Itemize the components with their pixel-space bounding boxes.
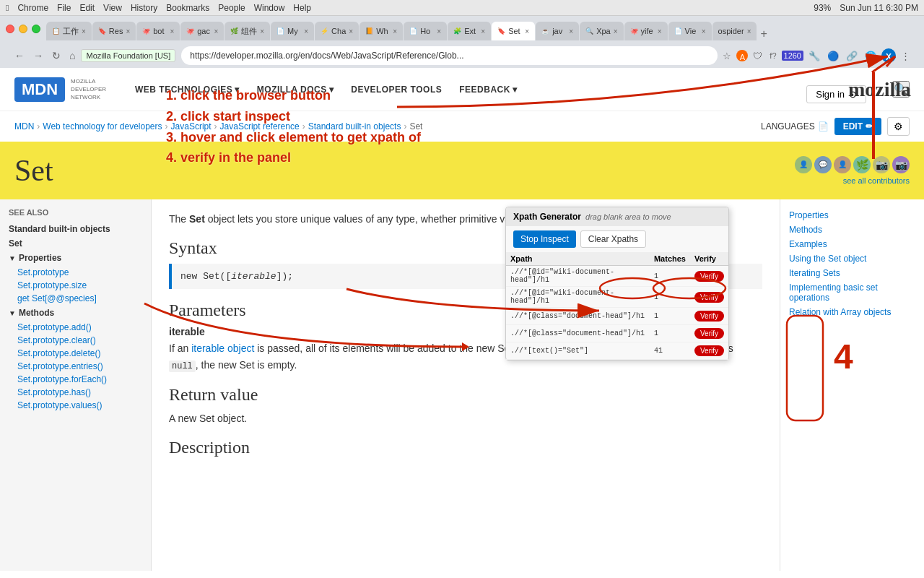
- tab-ext[interactable]: 🧩Ext×: [448, 22, 491, 40]
- breadcrumb-web-tech[interactable]: Web technology for developers: [43, 121, 162, 131]
- home-button[interactable]: ⌂: [66, 48, 78, 63]
- verify-button[interactable]: Verify: [694, 271, 724, 282]
- mdn-logo[interactable]: MDN MOZILLADEVELOPERNETWORK: [14, 77, 106, 102]
- extension-icon-1[interactable]: 1260: [782, 51, 803, 61]
- breadcrumb-mdn[interactable]: MDN: [14, 121, 34, 131]
- see-all-contributors-link[interactable]: see all contributors: [795, 176, 910, 185]
- maximize-window-button[interactable]: [32, 25, 40, 33]
- window-menu[interactable]: Window: [254, 3, 285, 13]
- chrome-menu[interactable]: Chrome: [17, 3, 48, 13]
- tab-zujian[interactable]: 🌿组件×: [225, 22, 270, 40]
- nav-dev-tools[interactable]: DEVELOPER TOOLS: [344, 80, 449, 99]
- plugin-icon[interactable]: f?: [767, 50, 778, 61]
- tab-wh[interactable]: 📙Wh×: [359, 22, 403, 40]
- verify-button[interactable]: Verify: [694, 292, 724, 303]
- shield-icon[interactable]: 🛡: [751, 49, 764, 63]
- mdn-header: MDN MOZILLADEVELOPERNETWORK WEB TECHNOLO…: [0, 68, 924, 111]
- xpath-cell: .//*[@class="document-head"]/h1: [506, 308, 650, 325]
- verify-button[interactable]: Verify: [694, 328, 724, 339]
- nav-feedback[interactable]: FEEDBACK ▾: [452, 80, 524, 99]
- iterable-link[interactable]: iterable object: [191, 342, 254, 354]
- tab-jav[interactable]: ☕jav×: [536, 22, 579, 40]
- minimize-window-button[interactable]: [19, 25, 27, 33]
- stop-inspect-button[interactable]: Stop Inspect: [513, 230, 576, 248]
- breadcrumb-actions: LANGUAGES 📄 EDIT ✏ ⚙: [761, 117, 910, 136]
- matches-cell: 1: [650, 325, 690, 342]
- tab-my[interactable]: 📄My×: [271, 22, 314, 40]
- clear-xpaths-button[interactable]: Clear Xpaths: [580, 230, 646, 248]
- close-window-button[interactable]: [6, 25, 14, 33]
- view-menu[interactable]: View: [103, 3, 122, 13]
- file-menu[interactable]: File: [57, 3, 71, 13]
- tab-bot[interactable]: 🐙bot×: [136, 22, 180, 40]
- tab-vie[interactable]: 📄Vie×: [668, 22, 712, 40]
- forward-button[interactable]: →: [30, 48, 46, 63]
- verify-cell: Verify: [690, 266, 728, 287]
- active-extension-icon[interactable]: X: [881, 48, 896, 63]
- languages-button[interactable]: LANGUAGES 📄: [761, 121, 829, 131]
- verify-cell: Verify: [690, 308, 728, 325]
- page-settings-button[interactable]: ⚙: [887, 117, 910, 136]
- sidebar-methods-toggle[interactable]: ▼ Methods: [9, 305, 142, 321]
- apple-menu[interactable]: : [6, 3, 9, 13]
- toc-examples[interactable]: Examples: [789, 237, 915, 251]
- contributors-area: 👤 💬 👤 🌿 📷 📷 see all contributors: [795, 156, 910, 185]
- tab-set[interactable]: 🔖Set×: [492, 22, 535, 40]
- reload-button[interactable]: ↻: [49, 48, 64, 63]
- tab-cha[interactable]: ⚡Cha×: [315, 22, 359, 40]
- toc-implementing[interactable]: Implementing basic set operations: [789, 280, 915, 305]
- sidebar-add-link[interactable]: Set.prototype.add(): [17, 321, 142, 334]
- sidebar-delete-link[interactable]: Set.prototype.delete(): [17, 347, 142, 360]
- url-input[interactable]: [181, 46, 718, 65]
- breadcrumb-standard-objects[interactable]: Standard built-in objects: [308, 121, 401, 131]
- sidebar-clear-link[interactable]: Set.prototype.clear(): [17, 334, 142, 347]
- nav-mozilla-docs[interactable]: MOZILLA DOCS ▾: [250, 80, 341, 99]
- edit-button[interactable]: EDIT ✏: [834, 118, 881, 135]
- tab-yife[interactable]: 🐙yife×: [624, 22, 668, 40]
- bookmarks-menu[interactable]: Bookmarks: [166, 3, 209, 13]
- extension-icon-3[interactable]: 🔵: [825, 49, 841, 63]
- new-tab-button[interactable]: +: [757, 27, 770, 40]
- verify-col-header: Verify: [690, 252, 728, 266]
- sidebar-set-link[interactable]: Set: [9, 237, 142, 250]
- toc-properties[interactable]: Properties: [789, 208, 915, 223]
- tab-ospider[interactable]: ospider×: [712, 22, 757, 40]
- verify-button[interactable]: Verify: [694, 311, 724, 322]
- tab-ho[interactable]: 📄Ho×: [404, 22, 447, 40]
- toc-methods[interactable]: Methods: [789, 223, 915, 237]
- sidebar-entries-link[interactable]: Set.prototype.entries(): [17, 360, 142, 373]
- history-menu[interactable]: History: [131, 3, 157, 13]
- toc-array-relation[interactable]: Relation with Array objects: [789, 305, 915, 319]
- bookmark-star-icon[interactable]: ☆: [720, 49, 733, 63]
- sidebar-prototype-link[interactable]: Set.prototype: [17, 266, 142, 279]
- sidebar-foreach-link[interactable]: Set.prototype.forEach(): [17, 373, 142, 386]
- extension-icon-2[interactable]: 🔧: [806, 49, 822, 63]
- avatar-1: 👤: [795, 156, 812, 173]
- matches-col-header: Matches: [650, 252, 690, 266]
- verify-button[interactable]: Verify: [694, 345, 724, 356]
- extension-icon-5[interactable]: 🌐: [863, 49, 879, 63]
- help-menu[interactable]: Help: [293, 3, 311, 13]
- tab-xpa[interactable]: 🔍Xpa×: [580, 22, 623, 40]
- people-menu[interactable]: People: [218, 3, 245, 13]
- sidebar-has-link[interactable]: Set.prototype.has(): [17, 386, 142, 399]
- toc-using-set[interactable]: Using the Set object: [789, 251, 915, 266]
- tab-res[interactable]: 🔖Res×: [92, 22, 136, 40]
- toc-iterating[interactable]: Iterating Sets: [789, 266, 915, 280]
- sidebar-prototype-size-link[interactable]: Set.prototype.size: [17, 279, 142, 292]
- main-content-wrapper: SEE ALSO Standard built-in objects Set ▼…: [0, 199, 924, 571]
- xpath-table-row: .//*[@id="wiki-document-head"]/h11Verify: [506, 287, 728, 308]
- more-tools-icon[interactable]: ⋮: [899, 49, 912, 63]
- adblock-icon[interactable]: A: [736, 50, 748, 61]
- sidebar-values-link[interactable]: Set.prototype.values(): [17, 399, 142, 412]
- back-button[interactable]: ←: [12, 48, 27, 63]
- tab-gongzuo[interactable]: 📋工作×: [46, 22, 92, 40]
- sidebar-species-link[interactable]: get Set[@@species]: [17, 292, 142, 305]
- breadcrumb-javascript[interactable]: JavaScript: [171, 121, 212, 131]
- tab-gac[interactable]: 🐙gac×: [180, 22, 224, 40]
- nav-web-tech[interactable]: WEB TECHNOLOGIES ▾: [128, 80, 247, 99]
- extension-icon-4[interactable]: 🔗: [844, 49, 860, 63]
- edit-menu[interactable]: Edit: [79, 3, 95, 13]
- breadcrumb-js-reference[interactable]: JavaScript reference: [220, 121, 300, 131]
- sidebar-properties-toggle[interactable]: ▼ Properties: [9, 250, 142, 266]
